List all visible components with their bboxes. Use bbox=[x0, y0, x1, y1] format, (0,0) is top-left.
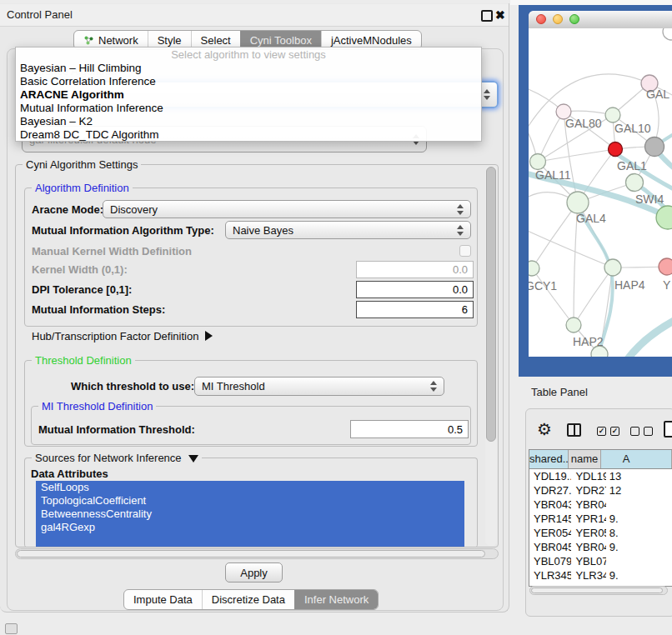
gear-icon[interactable]: ⚙ bbox=[537, 421, 552, 438]
checked-pair-icon[interactable]: ✓ ✓ bbox=[597, 427, 619, 436]
node-partial-top[interactable] bbox=[663, 28, 672, 40]
panel-corner-icon[interactable] bbox=[5, 623, 18, 634]
table-row[interactable]: YER054CYER054C8. bbox=[529, 526, 672, 540]
node-gal11[interactable] bbox=[530, 154, 546, 170]
algorithm-option[interactable]: Bayesian – K2 bbox=[16, 115, 481, 128]
collapse-down-icon[interactable] bbox=[188, 455, 198, 462]
table-cell: YER054C bbox=[529, 526, 571, 540]
apply-button[interactable]: Apply bbox=[225, 562, 283, 582]
mi-threshold-field[interactable]: 0.5 bbox=[350, 420, 469, 438]
table-row[interactable]: YBR043CYBR043C bbox=[529, 498, 672, 512]
network-edge[interactable] bbox=[538, 149, 615, 162]
node-gal10[interactable] bbox=[605, 108, 620, 122]
algorithm-definition-title: Algorithm Definition bbox=[32, 182, 133, 194]
aracne-mode-combo[interactable]: Discovery bbox=[103, 200, 471, 218]
table-row[interactable]: YLR345WYLR345W9. bbox=[529, 568, 672, 582]
dpi-tolerance-field[interactable]: 0.0 bbox=[356, 281, 474, 298]
node-hap2-label: HAP2 bbox=[573, 335, 604, 348]
settings-hscrollbar[interactable] bbox=[15, 548, 499, 559]
bottom-tab-impute-data[interactable]: Impute Data bbox=[124, 590, 202, 609]
control-panel-titlebar bbox=[0, 4, 509, 27]
table-row[interactable]: YBL079WYBL079W bbox=[529, 554, 672, 568]
attribute-item-partial[interactable] bbox=[36, 534, 464, 547]
kernel-width-field[interactable]: 0.0 bbox=[356, 261, 474, 278]
column-header[interactable]: A bbox=[601, 450, 672, 468]
network-canvas[interactable]: GALGAL80GAL10GAL1GAL11SWI4GAL4GCY1HAP4YH… bbox=[529, 28, 672, 357]
settings-vscrollbar-thumb[interactable] bbox=[486, 167, 496, 442]
node-gray[interactable] bbox=[645, 138, 664, 157]
table-hscrollbar-thumb[interactable] bbox=[531, 588, 663, 593]
table-cell: 9. bbox=[606, 568, 672, 582]
algorithm-option[interactable]: Dream8 DC_TDC Algorithm bbox=[16, 128, 481, 142]
unchecked-pair-icon[interactable] bbox=[630, 427, 653, 436]
settings-hscrollbar-thumb[interactable] bbox=[17, 550, 485, 558]
network-edge[interactable] bbox=[529, 228, 613, 268]
node-gal10-label: GAL10 bbox=[614, 122, 651, 135]
minimize-traffic-light-icon[interactable] bbox=[553, 14, 563, 24]
network-edge[interactable] bbox=[627, 308, 672, 357]
checked-box-icon: ✓ bbox=[597, 427, 606, 436]
table-hscrollbar[interactable] bbox=[529, 586, 668, 595]
float-window-icon[interactable] bbox=[481, 10, 493, 22]
settings-vscrollbar[interactable] bbox=[485, 166, 497, 546]
table-cell: 9. bbox=[606, 512, 672, 526]
manual-kernel-width-checkbox[interactable] bbox=[459, 245, 471, 257]
table-cell: YLR345W bbox=[571, 568, 605, 582]
node-gal1[interactable] bbox=[609, 142, 623, 157]
node-hap2[interactable] bbox=[566, 318, 581, 332]
node-swi4-label: SWI4 bbox=[635, 192, 664, 206]
bottom-tab-infer-network[interactable]: Infer Network bbox=[294, 590, 378, 609]
zoom-traffic-light-icon[interactable] bbox=[569, 14, 579, 24]
node-salmon[interactable] bbox=[659, 258, 672, 275]
which-threshold-combo[interactable]: MI Threshold bbox=[194, 377, 444, 396]
node-swi4[interactable] bbox=[626, 174, 644, 192]
file-icon[interactable] bbox=[664, 421, 672, 438]
dpi-tolerance-label: DPI Tolerance [0,1]: bbox=[32, 281, 132, 298]
attribute-item[interactable]: BetweennessCentrality bbox=[36, 508, 464, 521]
data-attributes-list[interactable]: SelfLoopsTopologicalCoefficientBetweenne… bbox=[36, 481, 464, 547]
attribute-item[interactable]: gal4RGexp bbox=[36, 521, 464, 534]
table-cell: 13 bbox=[606, 469, 672, 483]
node-hap4[interactable] bbox=[604, 259, 621, 276]
cyni-algorithm-settings-title: Cyni Algorithm Settings bbox=[23, 158, 141, 171]
network-window[interactable]: GALGAL80GAL10GAL1GAL11SWI4GAL4GCY1HAP4YH… bbox=[529, 11, 672, 357]
table-cell: YBR043C bbox=[529, 498, 571, 512]
mi-algorithm-type-combo[interactable]: Naive Bayes bbox=[225, 221, 471, 239]
attribute-item[interactable]: SelfLoops bbox=[36, 481, 464, 494]
table-row[interactable]: YDL19...YDL19...13 bbox=[529, 469, 672, 483]
node-gal4[interactable] bbox=[567, 192, 589, 213]
control-panel-title: Control Panel bbox=[7, 4, 73, 26]
algorithm-option[interactable]: Mutual Information Inference bbox=[16, 102, 481, 115]
network-edge[interactable] bbox=[574, 268, 613, 325]
table-header-row: shared...nameA bbox=[529, 450, 672, 469]
column-header[interactable]: name bbox=[569, 450, 601, 468]
table-row[interactable]: YPR145WYPR145W9. bbox=[529, 512, 672, 526]
column-header[interactable]: shared... bbox=[529, 450, 569, 468]
close-traffic-light-icon[interactable] bbox=[536, 14, 546, 24]
algorithm-option[interactable]: ARACNE Algorithm bbox=[16, 88, 481, 102]
network-graph[interactable]: GALGAL80GAL10GAL1GAL11SWI4GAL4GCY1HAP4YH… bbox=[529, 28, 672, 357]
mi-steps-field[interactable]: 6 bbox=[356, 301, 474, 318]
node-gcy1-label: GCY1 bbox=[529, 279, 557, 292]
node-gal1-label: GAL1 bbox=[617, 159, 647, 172]
node-salmon-label: Y bbox=[663, 278, 671, 292]
table-row[interactable]: YBR045CYBR045C9. bbox=[529, 540, 672, 554]
mi-algorithm-type-label: Mutual Information Algorithm Type: bbox=[32, 221, 214, 239]
node-gal4-label: GAL4 bbox=[576, 212, 606, 225]
network-edge[interactable] bbox=[532, 268, 574, 325]
mi-threshold-group-title: MI Threshold Definition bbox=[38, 400, 156, 412]
table-row[interactable]: YDR27...YDR27...12 bbox=[529, 483, 672, 498]
hub-definition-toggle[interactable]: Hub/Transcription Factor Definition bbox=[32, 328, 213, 343]
unchecked-box-icon bbox=[644, 427, 653, 436]
close-icon[interactable]: ✖ bbox=[495, 4, 505, 26]
attribute-item[interactable]: TopologicalCoefficient bbox=[36, 494, 464, 508]
network-window-titlebar[interactable] bbox=[529, 11, 672, 29]
algorithm-option[interactable]: Bayesian – Hill Climbing bbox=[16, 62, 481, 75]
which-threshold-label: Which threshold to use: bbox=[71, 377, 194, 396]
algorithm-option[interactable]: Basic Correlation Inference bbox=[16, 75, 481, 88]
bottom-tab-discretize-data[interactable]: Discretize Data bbox=[202, 590, 294, 609]
node-gcy1[interactable] bbox=[529, 261, 539, 276]
table-cell: YER054C bbox=[571, 526, 605, 540]
sources-title-text: Sources for Network Inference bbox=[35, 452, 182, 464]
column-split-icon[interactable] bbox=[567, 423, 581, 437]
